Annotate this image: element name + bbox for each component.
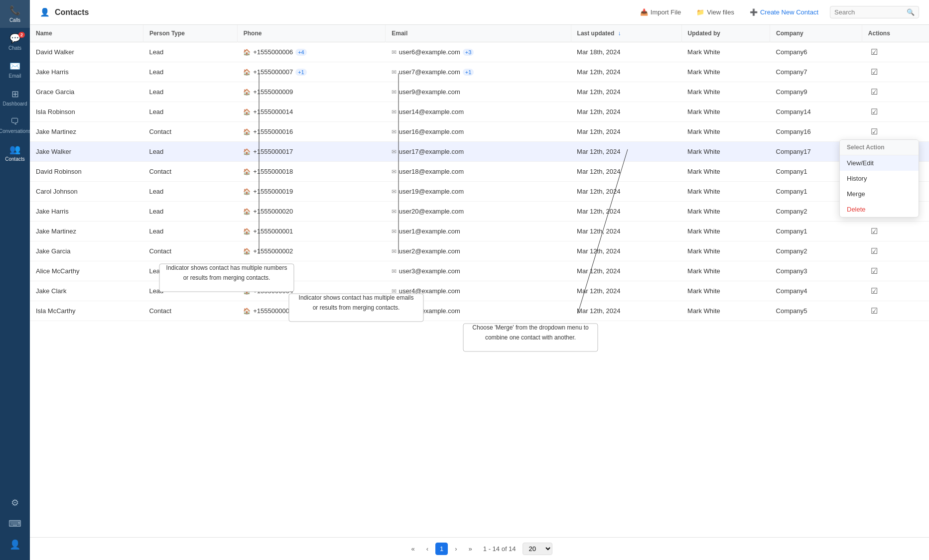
sidebar-item-shortcuts[interactable]: ⌨ (0, 513, 30, 534)
sidebar-item-settings[interactable]: ⚙ (0, 492, 30, 513)
sidebar: 📞 Calls 💬 Chats 2 ✉️ Email ⊞ Dashboard 🗨… (0, 0, 30, 560)
cell-name: David Robinson (30, 162, 143, 182)
sidebar-item-contacts[interactable]: 👥 Contacts (0, 139, 30, 167)
cell-last-updated: Mar 12th, 2024 (571, 122, 681, 142)
phone-extra-badge: +1 (295, 69, 307, 76)
phone-icon: 🏠 (243, 89, 251, 96)
table-row: Alice McCarthy Lead 🏠 +1555000003 ✉ user… (30, 261, 929, 281)
action-button[interactable]: ☑ (868, 106, 881, 117)
header-left: 👤 Contacts (40, 7, 89, 17)
email-icon: ✉️ (9, 61, 20, 72)
last-page-button[interactable]: » (464, 543, 477, 555)
col-email: Email (386, 25, 571, 42)
cell-email: ✉ user9@example.com (386, 82, 571, 102)
dropdown-item-view-edit[interactable]: View/Edit (840, 155, 919, 171)
view-files-button[interactable]: 📁 View files (692, 6, 738, 18)
cell-email: ✉ user17@example.com (386, 142, 571, 162)
table-row: Jake Walker Lead 🏠 +1555000017 ✉ user17@… (30, 142, 929, 162)
cell-name: Jake Harris (30, 202, 143, 222)
action-button[interactable]: ☑ (868, 126, 881, 137)
next-page-button[interactable]: › (450, 543, 461, 555)
phone-icon: 🏠 (243, 49, 251, 56)
cell-last-updated: Mar 12th, 2024 (571, 301, 681, 321)
col-phone: Phone (237, 25, 385, 42)
action-button[interactable]: ☑ (868, 66, 881, 78)
email-extra-badge: +1 (463, 69, 474, 76)
sidebar-item-conversations[interactable]: 🗨 Conversations (0, 112, 30, 139)
cell-type: Lead (143, 222, 237, 241)
cell-email: ✉ user20@example.com (386, 202, 571, 222)
phone-icon: 🏠 (243, 168, 251, 175)
action-button[interactable]: ☑ (868, 245, 881, 257)
first-page-button[interactable]: « (406, 543, 419, 555)
cell-name: Jake Martinez (30, 222, 143, 241)
email-icon: ✉ (392, 308, 397, 315)
cell-last-updated: Mar 12th, 2024 (571, 202, 681, 222)
col-last-updated[interactable]: Last updated ↓ (571, 25, 681, 42)
sidebar-item-profile[interactable]: 👤 (0, 534, 30, 555)
phone-icon: 🏠 (243, 69, 251, 76)
table-row: Jake Harris Lead 🏠 +1555000020 ✉ user20@… (30, 202, 929, 222)
cell-type: Lead (143, 261, 237, 281)
header: 👤 Contacts 📥 Import File 📁 View files ➕ … (30, 0, 929, 25)
import-file-button[interactable]: 📥 Import File (636, 6, 685, 18)
cell-phone: 🏠 +1555000001 (237, 222, 385, 241)
action-button[interactable]: ☑ (868, 265, 881, 277)
action-button[interactable]: ☑ (868, 86, 881, 98)
conversations-icon: 🗨 (10, 116, 19, 127)
col-person-type: Person Type (143, 25, 237, 42)
cell-name: Isla Robinson (30, 102, 143, 122)
page-1-button[interactable]: 1 (435, 543, 448, 555)
dropdown-item-history[interactable]: History (840, 171, 919, 186)
table-row: Jake Garcia Contact 🏠 +1555000002 ✉ user… (30, 241, 929, 261)
email-icon: ✉ (392, 69, 397, 76)
sidebar-bottom: ⚙⌨👤 (0, 492, 30, 560)
sidebar-item-email[interactable]: ✉️ Email (0, 56, 30, 84)
cell-company: Company4 (770, 281, 862, 301)
page-size-select[interactable]: 102050100 (523, 543, 552, 555)
email-icon: ✉ (392, 268, 397, 275)
email-icon: ✉ (392, 148, 397, 155)
cell-actions: ☑ (862, 281, 929, 301)
cell-updated-by: Mark White (681, 182, 770, 202)
col-company: Company (770, 25, 862, 42)
cell-type: Contact (143, 122, 237, 142)
action-button[interactable]: ☑ (868, 46, 881, 58)
cell-email: ✉ user14@example.com (386, 102, 571, 122)
dropdown-item-delete[interactable]: Delete (840, 202, 919, 217)
cell-last-updated: Mar 18th, 2024 (571, 42, 681, 62)
sidebar-item-chats[interactable]: 💬 Chats 2 (0, 28, 30, 56)
cell-company: Company14 (770, 102, 862, 122)
table-row: David Walker Lead 🏠 +1555000006 +4 ✉ use… (30, 42, 929, 62)
cell-last-updated: Mar 12th, 2024 (571, 261, 681, 281)
cell-updated-by: Mark White (681, 261, 770, 281)
sidebar-item-calls[interactable]: 📞 Calls (0, 0, 30, 28)
email-icon: ✉ (392, 168, 397, 175)
email-icon: ✉ (392, 228, 397, 235)
action-button[interactable]: ☑ (868, 225, 881, 237)
prev-page-button[interactable]: ‹ (422, 543, 433, 555)
cell-name: Jake Garcia (30, 241, 143, 261)
cell-email: ✉ user19@example.com (386, 182, 571, 202)
cell-updated-by: Mark White (681, 281, 770, 301)
cell-company: Company5 (770, 301, 862, 321)
pagination: « ‹ 1 › » 1 - 14 of 14 102050100 (30, 537, 929, 560)
cell-actions: ☑ (862, 261, 929, 281)
cell-phone: 🏠 +1555000003 (237, 261, 385, 281)
cell-last-updated: Mar 12th, 2024 (571, 62, 681, 82)
calls-icon: 📞 (9, 5, 20, 16)
create-contact-button[interactable]: ➕ Create New Contact (746, 6, 822, 18)
add-icon: ➕ (750, 8, 758, 16)
search-input[interactable] (834, 8, 904, 16)
dropdown-item-merge[interactable]: Merge (840, 186, 919, 202)
search-box[interactable]: 🔍 (830, 6, 919, 18)
action-button[interactable]: ☑ (868, 305, 881, 317)
cell-actions: ☑ (862, 301, 929, 321)
phone-icon: 🏠 (243, 148, 251, 155)
cell-last-updated: Mar 12th, 2024 (571, 142, 681, 162)
cell-phone: 🏠 +1555000018 (237, 162, 385, 182)
cell-email: ✉ user18@example.com (386, 162, 571, 182)
cell-email: ✉ user4@example.com (386, 281, 571, 301)
sidebar-item-dashboard[interactable]: ⊞ Dashboard (0, 84, 30, 112)
action-button[interactable]: ☑ (868, 285, 881, 297)
